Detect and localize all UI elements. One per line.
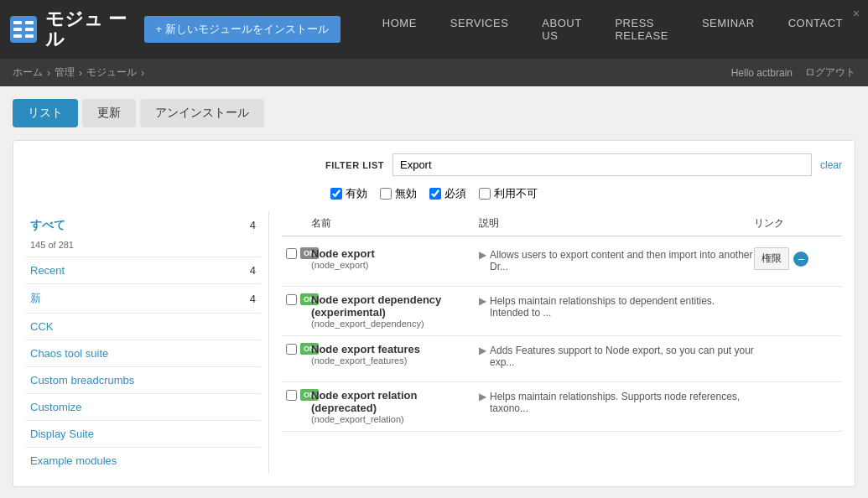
- filter-input[interactable]: [392, 153, 812, 176]
- row1-minus-button[interactable]: −: [793, 252, 808, 267]
- tab-update[interactable]: 更新: [82, 99, 136, 127]
- breadcrumb-modules[interactable]: モジュール: [86, 65, 137, 80]
- sidebar-all-count: 4: [250, 219, 256, 231]
- nav-contact[interactable]: CONTACT: [772, 0, 860, 63]
- sidebar-item-cck[interactable]: CCK: [26, 313, 260, 340]
- sidebar-all-link[interactable]: すべて: [30, 218, 65, 233]
- row2-arrow-icon: ▶: [479, 295, 486, 307]
- row3-arrow-icon: ▶: [479, 345, 486, 356]
- col-desc: 説明: [479, 216, 754, 231]
- sidebar: すべて 4 145 of 281 Recent 4 新 4 CCK Chaos …: [26, 211, 269, 474]
- row1-badge-area: ON: [286, 247, 311, 259]
- svg-rect-5: [13, 34, 22, 38]
- sidebar-subtext: 145 of 281: [26, 240, 260, 257]
- row1-arrow-icon: ▶: [479, 249, 486, 261]
- close-button[interactable]: ×: [853, 7, 860, 20]
- breadcrumb: ホーム › 管理 › モジュール ›: [13, 65, 144, 80]
- row1-checkbox[interactable]: [286, 248, 297, 259]
- row3-badge-area: ON: [286, 343, 311, 355]
- row4-arrow-icon: ▶: [479, 391, 486, 402]
- breadcrumb-sep-3: ›: [141, 67, 144, 79]
- required-label: 必須: [444, 186, 466, 201]
- sidebar-item-display-suite[interactable]: Display Suite: [26, 420, 260, 447]
- tab-uninstall[interactable]: アンインストール: [140, 99, 264, 127]
- enabled-label: 有効: [346, 186, 367, 201]
- row2-desc-text: Helps maintain relationships to dependen…: [490, 295, 754, 319]
- logo-icon: [8, 13, 39, 46]
- row1-machine-name: (node_export): [311, 260, 479, 270]
- main-panel: FILTER LIST clear 有効 無効 必須 利用不可: [13, 140, 855, 487]
- sidebar-item-chaos[interactable]: Chaos tool suite: [26, 340, 260, 366]
- row3-name-cell: Node export features (node_export_featur…: [311, 343, 479, 366]
- row2-badge-area: ON: [286, 293, 311, 305]
- sidebar-displaysuite-link[interactable]: Display Suite: [30, 428, 94, 440]
- row1-permission-button[interactable]: 権限: [754, 247, 789, 270]
- row2-checkbox[interactable]: [286, 294, 297, 305]
- nav-about[interactable]: ABOUT US: [525, 0, 598, 63]
- sidebar-cck-link[interactable]: CCK: [30, 320, 53, 333]
- disabled-checkbox[interactable]: [380, 188, 392, 200]
- unavailable-label: 利用不可: [494, 186, 538, 201]
- install-module-button[interactable]: + 新しいモジュールをインストール: [144, 16, 340, 43]
- checkbox-enabled[interactable]: 有効: [330, 186, 367, 201]
- enabled-checkbox[interactable]: [330, 188, 342, 200]
- clear-link[interactable]: clear: [820, 159, 842, 171]
- sidebar-examplemod-link[interactable]: Example modules: [30, 454, 117, 467]
- nav-services[interactable]: SERVICES: [434, 0, 526, 63]
- row2-module-name: Node export dependency (experimental): [311, 293, 479, 319]
- sidebar-all-header: すべて 4: [26, 211, 260, 240]
- tab-list[interactable]: リスト: [13, 99, 78, 127]
- sidebar-recent-count: 4: [250, 264, 256, 277]
- row4-checkbox[interactable]: [286, 390, 297, 401]
- row3-desc-text: Adds Features support to Node export, so…: [490, 345, 754, 368]
- sidebar-recent-link[interactable]: Recent: [30, 264, 65, 277]
- breadcrumb-sep-1: ›: [47, 67, 50, 79]
- row3-module-name: Node export features: [311, 343, 479, 355]
- row2-name-cell: Node export dependency (experimental) (n…: [311, 293, 479, 329]
- col-name: 名前: [311, 216, 479, 231]
- user-area: Hello actbrain ログアウト: [731, 65, 855, 80]
- sidebar-item-recent[interactable]: Recent 4: [26, 257, 260, 283]
- row4-machine-name: (node_export_relation): [311, 414, 479, 424]
- table-row: ON Node export (node_export) ▶ Allows us…: [282, 241, 842, 287]
- breadcrumb-admin[interactable]: 管理: [55, 65, 75, 80]
- logo-text: モジュ ール: [45, 9, 127, 49]
- row1-name-cell: Node export (node_export): [311, 247, 479, 270]
- row1-desc-text: Allows users to export content and then …: [490, 249, 754, 272]
- nav-home[interactable]: HOME: [366, 0, 434, 63]
- breadcrumb-home[interactable]: ホーム: [13, 65, 43, 80]
- nav-seminar[interactable]: SEMINAR: [685, 0, 772, 63]
- breadcrumb-sep-2: ›: [79, 67, 82, 79]
- svg-rect-2: [25, 21, 34, 24]
- table-header: 名前 説明 リンク: [282, 211, 842, 236]
- sidebar-item-example-modules[interactable]: Example modules: [26, 447, 260, 474]
- main-content: リスト 更新 アンインストール FILTER LIST clear 有効 無効 …: [0, 86, 868, 498]
- sidebar-item-new[interactable]: 新 4: [26, 283, 260, 313]
- sidebar-customize-link[interactable]: Customize: [30, 401, 81, 413]
- svg-rect-3: [13, 28, 22, 31]
- checkbox-required[interactable]: 必須: [429, 186, 466, 201]
- sidebar-new-link[interactable]: 新: [30, 291, 41, 306]
- sidebar-item-custom-breadcrumbs[interactable]: Custom breadcrumbs: [26, 366, 260, 393]
- checkbox-disabled[interactable]: 無効: [380, 186, 417, 201]
- nav-press[interactable]: PRESS RELEASE: [598, 0, 684, 63]
- sidebar-chaos-link[interactable]: Chaos tool suite: [30, 347, 108, 360]
- checkbox-unavailable[interactable]: 利用不可: [479, 186, 538, 201]
- table-row: ON Node export relation (deprecated) (no…: [282, 382, 842, 432]
- disabled-label: 無効: [395, 186, 417, 201]
- sidebar-new-count: 4: [250, 293, 256, 305]
- unavailable-checkbox[interactable]: [479, 188, 491, 200]
- logout-button[interactable]: ログアウト: [805, 65, 855, 80]
- row2-desc: ▶ Helps maintain relationships to depend…: [479, 293, 754, 319]
- row4-badge-area: ON: [286, 389, 311, 401]
- row3-checkbox[interactable]: [286, 344, 297, 355]
- top-nav: モジュ ール + 新しいモジュールをインストール HOME SERVICES A…: [0, 0, 868, 59]
- checkboxes-row: 有効 無効 必須 利用不可: [26, 186, 842, 201]
- filter-label: FILTER LIST: [325, 160, 384, 170]
- row2-machine-name: (node_export_dependency): [311, 319, 479, 329]
- sidebar-item-customize[interactable]: Customize: [26, 393, 260, 420]
- row4-desc-text: Helps maintain relationships. Supports n…: [490, 391, 754, 414]
- required-checkbox[interactable]: [429, 188, 441, 200]
- row4-name-cell: Node export relation (deprecated) (node_…: [311, 389, 479, 424]
- sidebar-custbread-link[interactable]: Custom breadcrumbs: [30, 374, 134, 386]
